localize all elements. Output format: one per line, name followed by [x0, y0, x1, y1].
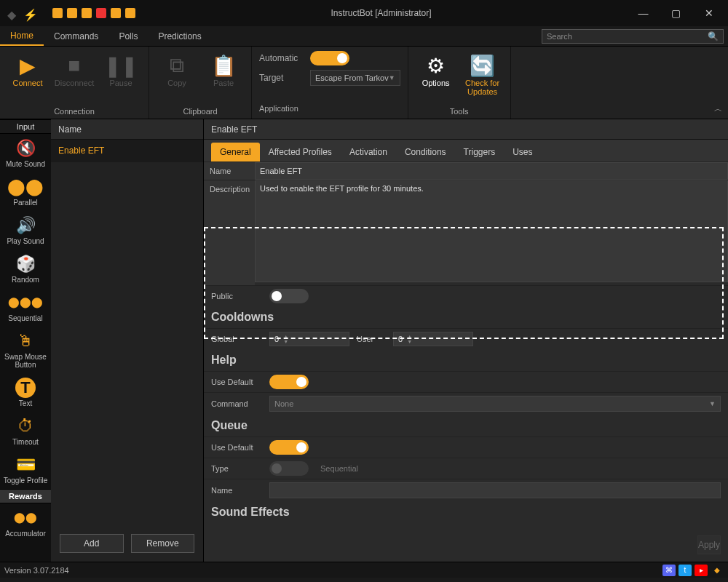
subtab-affected-profiles[interactable]: Affected Profiles	[260, 143, 341, 162]
copy-button: ⧉ Copy	[155, 49, 199, 87]
twitter-icon[interactable]: t	[678, 565, 692, 576]
detail-title: Enable EFT	[204, 119, 728, 140]
disconnect-button: ■ Disconnect	[52, 49, 96, 87]
pause-icon: ❚❚	[104, 52, 138, 79]
public-toggle[interactable]	[269, 289, 309, 303]
ribbon-collapse-icon[interactable]: ︿	[714, 103, 722, 114]
form-area: Name Description Public Cooldowns Global…	[204, 162, 728, 528]
description-input[interactable]	[255, 180, 728, 282]
ribbon-group-application: Automatic Target Escape From Tarkov ▼ Ap…	[252, 47, 408, 119]
remove-button[interactable]: Remove	[131, 534, 195, 553]
list-item[interactable]: Enable EFT	[51, 140, 203, 162]
type-hint: Sequential	[320, 464, 358, 473]
queue-use-default-label: Use Default	[211, 443, 262, 452]
ribbon-group-clipboard: ⧉ Copy 📋 Paste Clipboard	[149, 47, 252, 119]
maximize-button[interactable]: ▢	[660, 0, 692, 26]
menu-tab-polls[interactable]: Polls	[108, 26, 148, 46]
badge-icon	[125, 8, 135, 18]
chevron-down-icon: ▼	[709, 400, 716, 407]
sound-icon: 🔊	[15, 215, 36, 236]
paste-icon: 📋	[211, 52, 237, 79]
subtab-uses[interactable]: Uses	[504, 143, 541, 162]
app-icon: ◆	[7, 8, 17, 18]
sidebar-item-mute-sound[interactable]: 🔇Mute Sound	[0, 134, 51, 172]
menu-bar: Home Commands Polls Predictions Search 🔍	[0, 26, 728, 47]
status-bar: Version 3.07.2184 ⌘ t ▸ ◆	[0, 562, 728, 578]
command-label: Command	[211, 399, 262, 408]
accumulator-icon: ⬤⬤	[15, 508, 36, 528]
public-label: Public	[211, 292, 262, 300]
sidebar-item-text[interactable]: TText	[0, 373, 51, 412]
global-input[interactable]: 0▲▼	[269, 332, 349, 346]
mute-icon: 🔇	[15, 138, 36, 159]
parallel-icon: ⬤⬤	[15, 177, 36, 197]
sidebar-item-sequential[interactable]: ⬤⬤⬤Sequential	[0, 288, 51, 327]
sidebar-item-random[interactable]: 🎲Random	[0, 250, 51, 288]
badge-icon	[67, 8, 77, 18]
app-icon[interactable]: ◆	[711, 565, 724, 576]
subtab-conditions[interactable]: Conditions	[396, 143, 455, 162]
queue-type-toggle	[269, 461, 309, 476]
user-input[interactable]: 0▲▼	[393, 332, 473, 346]
add-button[interactable]: Add	[60, 534, 124, 553]
ribbon-group-tools: ⚙ Options 🔄 Check for Updates Tools	[408, 47, 511, 119]
detail-subtabs: General Affected Profiles Activation Con…	[204, 140, 728, 162]
sidebar-item-swap-mouse[interactable]: 🖱Swap Mouse Button	[0, 327, 51, 373]
minimize-button[interactable]: —	[627, 0, 660, 26]
mouse-icon: 🖱	[15, 331, 36, 351]
use-default-label: Use Default	[211, 378, 262, 386]
dice-icon: 🎲	[15, 254, 36, 274]
sidebar-item-timeout[interactable]: ⏱Timeout	[0, 412, 51, 450]
name-input[interactable]	[255, 162, 728, 180]
paste-button: 📋 Paste	[202, 49, 245, 87]
item-list-panel: Name Enable EFT Add Remove	[51, 119, 204, 562]
target-combo[interactable]: Escape From Tarkov ▼	[310, 70, 400, 86]
ribbon: ▶ Connect ■ Disconnect ❚❚ Pause Connecti…	[0, 47, 728, 119]
connect-button[interactable]: ▶ Connect	[6, 49, 50, 87]
check-updates-button[interactable]: 🔄 Check for Updates	[461, 49, 505, 96]
spinner-icon[interactable]: ▲▼	[283, 334, 288, 344]
menu-tab-predictions[interactable]: Predictions	[148, 26, 211, 46]
badge-icons	[52, 8, 135, 18]
help-title: Help	[204, 349, 728, 371]
refresh-icon: 🔄	[470, 52, 495, 79]
global-label: Global	[211, 335, 262, 343]
queue-name-label: Name	[211, 486, 262, 495]
queue-name-input[interactable]	[269, 482, 721, 498]
subtab-activation[interactable]: Activation	[341, 143, 396, 162]
help-use-default-toggle[interactable]	[269, 375, 309, 389]
options-button[interactable]: ⚙ Options	[414, 49, 458, 87]
queue-use-default-toggle[interactable]	[269, 440, 309, 455]
text-icon: T	[15, 378, 36, 398]
stop-icon: ■	[68, 52, 81, 79]
sidebar-section-rewards[interactable]: Rewards	[0, 489, 51, 503]
command-combo[interactable]: None▼	[269, 396, 721, 412]
window-title: InstructBot [Administrator]	[135, 8, 627, 18]
youtube-icon[interactable]: ▸	[695, 565, 708, 576]
search-input[interactable]: Search 🔍	[542, 29, 724, 44]
close-button[interactable]: ✕	[692, 0, 725, 26]
badge-icon	[111, 8, 121, 18]
menu-tab-home[interactable]: Home	[0, 26, 44, 46]
subtab-triggers[interactable]: Triggers	[455, 143, 505, 162]
sequential-icon: ⬤⬤⬤	[15, 292, 36, 313]
sidebar-item-play-sound[interactable]: 🔊Play Sound	[0, 211, 51, 250]
list-header: Name	[51, 119, 203, 140]
title-bar: ◆ ⚡ InstructBot [Administrator] — ▢ ✕	[0, 0, 728, 26]
menu-tab-commands[interactable]: Commands	[44, 26, 108, 46]
sidebar-item-accumulator[interactable]: ⬤⬤Accumulator	[0, 503, 51, 542]
cooldowns-title: Cooldowns	[204, 306, 728, 328]
discord-icon[interactable]: ⌘	[662, 565, 676, 576]
sidebar-item-parallel[interactable]: ⬤⬤Parallel	[0, 172, 51, 211]
chevron-down-icon: ▼	[389, 74, 395, 81]
automatic-toggle[interactable]	[310, 51, 349, 65]
search-placeholder: Search	[547, 32, 572, 41]
app-icons: ◆ ⚡	[3, 8, 38, 18]
type-label: Type	[211, 464, 262, 473]
spinner-icon[interactable]: ▲▼	[407, 334, 412, 344]
subtab-general[interactable]: General	[211, 143, 260, 162]
plug-icon: ⚡	[23, 8, 33, 18]
badge-icon	[52, 8, 63, 18]
sidebar-item-toggle-profile[interactable]: 💳Toggle Profile	[0, 450, 51, 489]
search-icon: 🔍	[708, 31, 719, 41]
